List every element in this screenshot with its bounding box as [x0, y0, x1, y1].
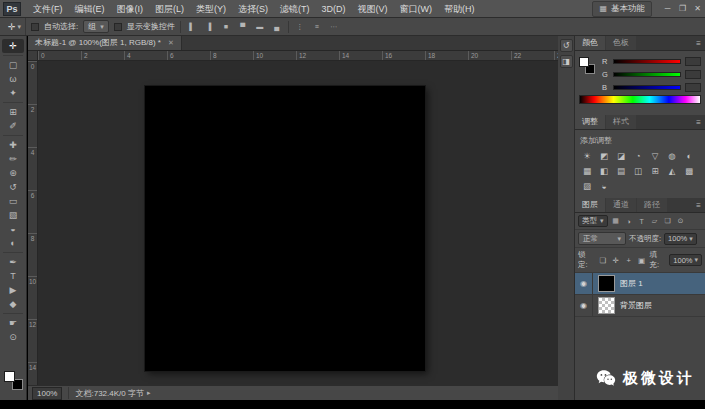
align-left-icon[interactable]: ▌: [186, 23, 198, 30]
invert-icon[interactable]: ⊞: [647, 164, 663, 178]
eraser-tool[interactable]: ▭: [2, 194, 24, 208]
tab-adjustments[interactable]: 调整: [575, 115, 605, 129]
crop-tool[interactable]: ⊞: [2, 105, 24, 119]
menu-item-help[interactable]: 帮助(H): [438, 0, 481, 18]
canvas-document[interactable]: [145, 86, 425, 371]
foreground-color-swatch[interactable]: [4, 371, 15, 382]
channel-mixer-icon[interactable]: ▤: [613, 164, 629, 178]
green-slider[interactable]: [613, 72, 681, 77]
color-swatches[interactable]: [4, 371, 23, 390]
layer-filter-dropdown[interactable]: 类型 ▾: [578, 215, 608, 227]
blue-value-field[interactable]: [685, 83, 701, 92]
filter-shape-layers-icon[interactable]: ▱: [650, 217, 660, 225]
move-tool[interactable]: ✛: [2, 39, 24, 53]
vibrance-icon[interactable]: ▽: [647, 149, 663, 163]
history-panel-icon[interactable]: ↺: [560, 39, 573, 52]
menu-item-image[interactable]: 图像(I): [111, 0, 150, 18]
panel-color-swatches[interactable]: [579, 55, 597, 81]
filter-pixel-layers-icon[interactable]: ▦: [611, 217, 621, 225]
window-close-button[interactable]: ✕: [690, 0, 705, 18]
lock-all-icon[interactable]: ▣: [637, 256, 647, 265]
layer-name[interactable]: 背景图层: [620, 300, 652, 311]
align-top-icon[interactable]: ▀: [237, 23, 249, 30]
panel-menu-icon[interactable]: ≡: [696, 201, 701, 210]
rectangular-marquee-tool[interactable]: ▢: [2, 58, 24, 72]
menu-item-filter[interactable]: 滤镜(T): [274, 0, 316, 18]
hand-tool[interactable]: ☛: [2, 316, 24, 330]
tab-styles[interactable]: 样式: [606, 115, 636, 129]
blend-mode-dropdown[interactable]: 正常 ▾: [578, 232, 626, 245]
layer-row-background[interactable]: ◉ 背景图层: [575, 295, 705, 317]
align-center-h-icon[interactable]: ▐: [203, 23, 215, 30]
panel-menu-icon[interactable]: ≡: [696, 118, 701, 127]
magic-wand-tool[interactable]: ✦: [2, 86, 24, 100]
opacity-field[interactable]: 100% ▾: [664, 233, 697, 245]
brightness-contrast-icon[interactable]: ☀: [579, 149, 595, 163]
auto-select-checkbox[interactable]: [31, 23, 39, 31]
menu-item-layer[interactable]: 图层(L): [149, 0, 190, 18]
layer-row-layer-1[interactable]: ◉ 图层 1: [575, 273, 705, 295]
document-tab[interactable]: 未标题-1 @ 100%(图层 1, RGB/8) * ✕: [28, 36, 182, 50]
tool-preset-picker[interactable]: ✛ ▾: [4, 18, 26, 35]
gradient-tool[interactable]: ▧: [2, 208, 24, 222]
fill-field[interactable]: 100% ▾: [669, 254, 702, 266]
workspace-switcher[interactable]: ▦ 基本功能: [592, 1, 652, 17]
vertical-ruler[interactable]: 0 2 4 6 8 10 12 14 16: [28, 61, 38, 385]
levels-icon[interactable]: ◩: [596, 149, 612, 163]
layer-thumbnail[interactable]: [598, 275, 615, 292]
tab-channels[interactable]: 通道: [606, 198, 636, 212]
distribute-vertical-icon[interactable]: ⋮: [294, 23, 306, 31]
threshold-icon[interactable]: ▩: [681, 164, 697, 178]
zoom-level-field[interactable]: 100%: [32, 387, 62, 400]
eyedropper-tool[interactable]: ✐: [2, 119, 24, 133]
auto-select-dropdown[interactable]: 组 ▾: [83, 20, 109, 33]
properties-panel-icon[interactable]: ◨: [560, 55, 573, 68]
layer-thumbnail[interactable]: [598, 297, 615, 314]
foreground-color-swatch[interactable]: [579, 57, 589, 67]
align-bottom-icon[interactable]: ▄: [271, 23, 283, 30]
curves-icon[interactable]: ◪: [613, 149, 629, 163]
black-white-icon[interactable]: ▦: [579, 164, 595, 178]
visibility-eye-icon[interactable]: ◉: [575, 295, 593, 316]
shape-tool[interactable]: ◆: [2, 297, 24, 311]
canvas-viewport[interactable]: [38, 61, 558, 385]
color-lookup-icon[interactable]: ◫: [630, 164, 646, 178]
tab-swatches[interactable]: 色板: [606, 36, 636, 50]
dodge-tool[interactable]: ◐: [2, 236, 24, 250]
photo-filter-icon[interactable]: ◧: [596, 164, 612, 178]
lock-position-icon[interactable]: +: [624, 256, 634, 265]
lock-pixels-icon[interactable]: ✛: [611, 256, 621, 265]
distribute-middle-icon[interactable]: ≡: [311, 23, 323, 30]
window-restore-button[interactable]: ❐: [675, 0, 690, 18]
document-close-icon[interactable]: ✕: [168, 36, 174, 50]
tab-color[interactable]: 颜色: [575, 36, 605, 50]
selective-color-icon[interactable]: ◒: [596, 179, 612, 193]
distribute-horizontal-icon[interactable]: ⋯: [328, 23, 340, 31]
tab-paths[interactable]: 路径: [637, 198, 667, 212]
align-middle-icon[interactable]: ▬: [254, 23, 266, 30]
type-tool[interactable]: T: [2, 269, 24, 283]
filter-adjustment-layers-icon[interactable]: ◑: [624, 218, 634, 225]
tab-layers[interactable]: 图层: [575, 198, 605, 212]
posterize-icon[interactable]: ◭: [664, 164, 680, 178]
menu-item-edit[interactable]: 编辑(E): [69, 0, 111, 18]
red-slider[interactable]: [613, 59, 681, 64]
healing-brush-tool[interactable]: ✚: [2, 138, 24, 152]
pen-tool[interactable]: ✒: [2, 255, 24, 269]
menu-item-3d[interactable]: 3D(D): [316, 0, 352, 18]
color-balance-icon[interactable]: ◐: [681, 149, 697, 163]
red-value-field[interactable]: [685, 57, 701, 66]
path-selection-tool[interactable]: ▶: [2, 283, 24, 297]
document-info[interactable]: 文档:732.4K/0 字节 ▸: [75, 388, 150, 399]
blur-tool[interactable]: ◒: [2, 222, 24, 236]
clone-stamp-tool[interactable]: ⊛: [2, 166, 24, 180]
gradient-map-icon[interactable]: ▨: [579, 179, 595, 193]
hue-saturation-icon[interactable]: ◍: [664, 149, 680, 163]
panel-menu-icon[interactable]: ≡: [696, 39, 701, 48]
green-value-field[interactable]: [685, 70, 701, 79]
blue-slider[interactable]: [613, 85, 681, 90]
color-spectrum-ramp[interactable]: [579, 95, 701, 104]
menu-item-type[interactable]: 类型(Y): [190, 0, 232, 18]
filter-toggle-icon[interactable]: ⊙: [676, 217, 686, 225]
filter-smart-object-icon[interactable]: ❏: [663, 217, 673, 225]
